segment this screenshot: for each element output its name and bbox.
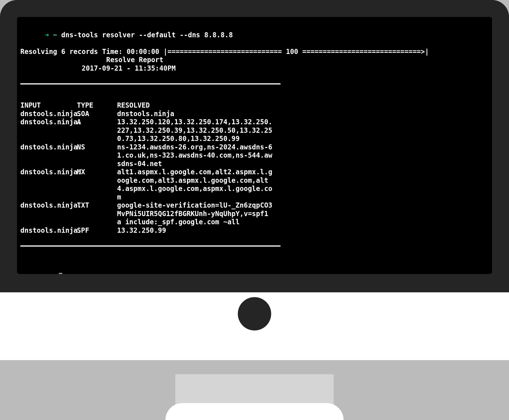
cell-type: SPF xyxy=(77,227,117,235)
prompt-arrow-icon: ➜ xyxy=(45,272,49,274)
monitor-chin xyxy=(0,292,509,360)
cell-input: dnstools.ninja. xyxy=(20,110,77,118)
table-row: dnstools.ninja. SPF 13.32.250.99 xyxy=(20,227,489,235)
table-row: dnstools.ninja. TXT google-site-verifica… xyxy=(20,201,489,227)
prompt-arrow-icon: ➜ xyxy=(45,31,49,39)
table-row: dnstools.ninja. A 13.32.250.120,13.32.25… xyxy=(20,118,489,143)
cell-type: MX xyxy=(77,168,117,201)
progress-line: Resolving 6 records Time: 00:00:00 |====… xyxy=(20,48,489,56)
monitor-camera xyxy=(238,297,271,330)
table-row: dnstools.ninja. MX alt1.aspmx.l.google.c… xyxy=(20,168,489,201)
cell-input: dnstools.ninja. xyxy=(20,143,77,168)
cell-resolved: alt1.aspmx.l.google.com,alt2.aspmx.l.goo… xyxy=(117,168,274,201)
report-timestamp: 2017-09-21 - 11:35:40PM xyxy=(20,64,489,73)
cell-resolved: 13.32.250.120,13.32.250.174,13.32.250.22… xyxy=(117,118,274,143)
terminal-window[interactable]: ➜ ~ dns-tools resolver --default --dns 8… xyxy=(17,17,492,274)
prompt-line-idle[interactable]: ➜ ~ xyxy=(20,264,489,274)
cell-type: TXT xyxy=(77,201,117,227)
prompt-tilde: ~ xyxy=(53,31,57,39)
cell-input: dnstools.ninja. xyxy=(20,227,77,235)
cursor-icon xyxy=(59,273,62,274)
cell-resolved: ns-1234.awsdns-26.org,ns-2024.awsdns-61.… xyxy=(117,143,274,168)
report-title: Resolve Report xyxy=(20,56,489,64)
prompt-line[interactable]: ➜ ~ dns-tools resolver --default --dns 8… xyxy=(20,23,489,48)
monitor-stand xyxy=(175,360,334,411)
cell-type: NS xyxy=(77,143,117,168)
header-type: TYPE xyxy=(77,101,117,110)
monitor-bezel: ➜ ~ dns-tools resolver --default --dns 8… xyxy=(0,0,509,360)
header-resolved: RESOLVED xyxy=(117,101,274,110)
monitor-stand-shadow xyxy=(175,360,334,374)
cell-type: SOA xyxy=(77,110,117,118)
cell-input: dnstools.ninja. xyxy=(20,168,77,201)
command-text: dns-tools resolver --default --dns 8.8.8… xyxy=(61,31,233,39)
header-input: INPUT xyxy=(20,101,77,110)
table-row: dnstools.ninja. SOA dnstools.ninja xyxy=(20,110,489,118)
cell-resolved: google-site-verification=lU-_Zn6zqpCO3Mv… xyxy=(117,201,274,227)
prompt-tilde: ~ xyxy=(53,272,57,274)
cell-resolved: 13.32.250.99 xyxy=(117,227,274,235)
cell-input: dnstools.ninja. xyxy=(20,118,77,143)
cell-type: A xyxy=(77,118,117,143)
table-header: INPUT TYPE RESOLVED xyxy=(20,101,489,110)
cell-input: dnstools.ninja. xyxy=(20,201,77,227)
cell-resolved: dnstools.ninja xyxy=(117,110,274,118)
table-row: dnstools.ninja. NS ns-1234.awsdns-26.org… xyxy=(20,143,489,168)
